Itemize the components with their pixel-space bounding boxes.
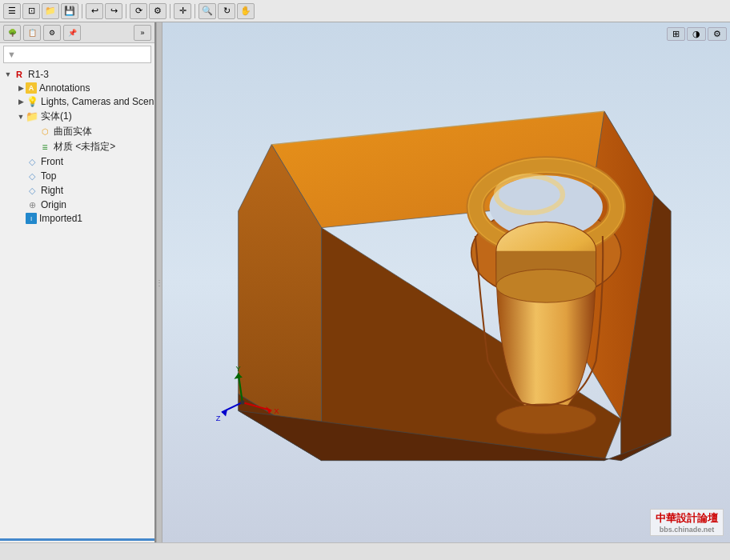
import-icon: I: [26, 213, 37, 224]
custom-btn[interactable]: 📌: [63, 25, 81, 41]
toggle-front[interactable]: [16, 157, 26, 166]
properties-btn[interactable]: 📋: [23, 25, 41, 41]
viewport-toolbar: ⊞ ◑ ⚙: [162, 24, 730, 43]
annotations-icon: A: [26, 82, 37, 94]
toggle-origin[interactable]: [16, 200, 26, 210]
toggle-solid[interactable]: ▼: [16, 112, 26, 122]
rotate-btn[interactable]: ↻: [218, 3, 235, 19]
material-label: 材质 <未指定>: [54, 140, 115, 154]
toggle-top[interactable]: [16, 171, 26, 181]
origin-icon: ⊕: [26, 198, 38, 211]
smart-btn[interactable]: ✛: [174, 3, 191, 19]
left-panel: 🌳 📋 ⚙ 📌 » ▼ ▼ R R1-3 ▶ A Ann: [0, 22, 156, 542]
tree-item-annotations[interactable]: ▶ A Annotations: [0, 82, 154, 94]
watermark-line1: 中華設計論壇: [656, 511, 718, 526]
annotations-label: Annotations: [39, 82, 90, 94]
panel-splitter[interactable]: ⋮: [156, 22, 162, 542]
svg-text:Y: Y: [236, 365, 242, 373]
toggle-lights[interactable]: ▶: [16, 97, 26, 106]
origin-label: Origin: [41, 199, 66, 210]
watermark-line2: bbs.chinade.net: [656, 526, 718, 534]
main-toolbar: ☰ ⊡ 📁 💾 ↩ ↪ ⟳ ⚙ ✛ 🔍 ↻ ✋: [0, 0, 730, 22]
svg-text:Z: Z: [216, 414, 221, 422]
surface-icon: ⬡: [38, 126, 51, 138]
rebuild-btn[interactable]: ⟳: [130, 3, 147, 19]
config-btn[interactable]: ⚙: [43, 25, 61, 41]
front-plane-icon: ◇: [26, 155, 38, 168]
sep3: [170, 4, 170, 18]
feature-tree: ▼ R R1-3 ▶ A Annotations ▶ 💡 Lights, Cam…: [0, 66, 154, 537]
expand-btn[interactable]: »: [134, 25, 151, 41]
imported1-label: Imported1: [39, 213, 82, 224]
toggle-material[interactable]: [29, 142, 38, 152]
toggle-annotations[interactable]: ▶: [16, 83, 26, 93]
feature-tree-btn[interactable]: 🌳: [3, 25, 21, 41]
view-settings-btn[interactable]: ⚙: [708, 27, 727, 41]
tree-item-lights[interactable]: ▶ 💡 Lights, Cameras and Scene: [0, 94, 154, 109]
lights-icon: 💡: [26, 95, 38, 108]
toggle-right[interactable]: [16, 186, 26, 195]
tree-item-origin[interactable]: ⊕ Origin: [0, 198, 154, 212]
solid-group-label: 实体(1): [41, 110, 72, 123]
svg-point-15: [496, 270, 596, 303]
front-label: Front: [41, 156, 63, 167]
right-plane-icon: ◇: [26, 184, 38, 197]
tree-filter[interactable]: ▼: [3, 46, 151, 63]
toggle-r1-3[interactable]: ▼: [3, 70, 13, 79]
sep1: [82, 4, 82, 18]
tree-item-imported1[interactable]: I Imported1: [0, 212, 154, 225]
tree-item-material[interactable]: ≡ 材质 <未指定>: [0, 139, 154, 154]
tree-item-right[interactable]: ◇ Right: [0, 183, 154, 198]
pan-btn[interactable]: ✋: [237, 3, 255, 19]
save-btn[interactable]: 💾: [61, 3, 78, 19]
material-icon: ≡: [38, 141, 51, 154]
undo-btn[interactable]: ↩: [86, 3, 103, 19]
new-btn[interactable]: ⊡: [22, 3, 40, 19]
top-plane-icon: ◇: [26, 170, 38, 182]
folder-icon: 📁: [26, 110, 38, 123]
left-toolbar: 🌳 📋 ⚙ 📌 »: [0, 22, 154, 43]
tree-item-surface[interactable]: ⬡ 曲面实体: [0, 124, 154, 139]
options-btn[interactable]: ⚙: [149, 3, 166, 19]
svg-point-8: [496, 404, 596, 434]
r-icon: R: [13, 68, 26, 81]
sep2: [126, 4, 126, 18]
toggle-surface[interactable]: [29, 127, 38, 137]
tree-item-front[interactable]: ◇ Front: [0, 154, 154, 169]
viewport-3d[interactable]: ⊞ ◑ ⚙: [162, 22, 730, 542]
menu-btn[interactable]: ☰: [3, 3, 21, 19]
open-btn[interactable]: 📁: [42, 3, 59, 19]
sep4: [195, 4, 195, 18]
3d-model-svg: X Y Z: [162, 45, 730, 510]
svg-point-23: [240, 400, 244, 404]
surface-label: 曲面实体: [54, 125, 92, 138]
toggle-imported[interactable]: [16, 214, 26, 223]
zoom-btn[interactable]: 🔍: [199, 3, 216, 19]
redo-btn[interactable]: ↪: [105, 3, 122, 19]
display-style-btn[interactable]: ◑: [687, 27, 706, 41]
svg-text:X: X: [274, 407, 279, 415]
watermark: 中華設計論壇 bbs.chinade.net: [650, 509, 724, 536]
top-label: Top: [41, 170, 56, 182]
tree-item-r1-3[interactable]: ▼ R R1-3: [0, 67, 154, 82]
selection-bar: [0, 538, 154, 541]
model-canvas: X Y Z: [162, 45, 730, 510]
r1-3-label: R1-3: [28, 69, 49, 80]
status-bar: [0, 542, 730, 560]
right-label: Right: [41, 185, 63, 196]
main-area: 🌳 📋 ⚙ 📌 » ▼ ▼ R R1-3 ▶ A Ann: [0, 22, 730, 542]
filter-icon: ▼: [7, 50, 16, 59]
tree-item-top[interactable]: ◇ Top: [0, 169, 154, 183]
tree-item-solid-group[interactable]: ▼ 📁 实体(1): [0, 109, 154, 124]
view-orient-btn[interactable]: ⊞: [667, 27, 685, 41]
lights-label: Lights, Cameras and Scene: [41, 96, 154, 107]
